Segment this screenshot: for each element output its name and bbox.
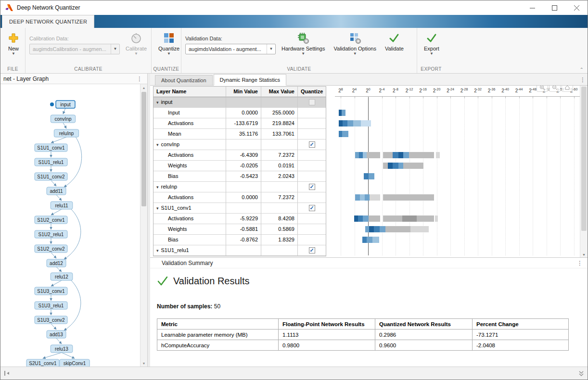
layer-stat-row[interactable]: Activations-5.92298.4208 [153, 214, 326, 224]
collapse-triangle-icon[interactable]: ▾ [156, 98, 159, 108]
quantize-button[interactable]: Quantize ▼ [155, 31, 182, 57]
tab-deep-network-quantizer[interactable]: DEEP NETWORK QUANTIZER [2, 15, 94, 28]
maximize-button[interactable] [543, 0, 565, 15]
panel-menu-icon[interactable]: ⋮ [135, 76, 144, 82]
svg-text:S1U3_conv2: S1U3_conv2 [37, 317, 65, 323]
column-header[interactable]: Min Value [226, 87, 261, 97]
scroll-down-icon[interactable]: ▼ [580, 253, 588, 256]
expand-down-icon[interactable] [577, 369, 585, 377]
quantize-checkbox[interactable]: ✓ [309, 184, 315, 190]
layer-stat-row[interactable]: Mean35.1176133.7061 [153, 129, 326, 139]
layer-stat-row[interactable]: Weights-0.02050.0191 [153, 161, 326, 171]
export-button[interactable]: Export ▼ [421, 31, 442, 57]
layer-stat-row[interactable]: Input0.0000255.0000 [153, 108, 326, 118]
export-button-label: Export [424, 46, 439, 51]
quantize-checkbox[interactable]: ✓ [309, 247, 315, 253]
histogram-row [335, 161, 580, 171]
close-button[interactable] [565, 0, 588, 15]
calibrate-button[interactable]: Calibrate ▼ [123, 31, 150, 57]
layer-group-row[interactable]: ▾reluInp✓ [153, 182, 326, 192]
stats-scrollbar[interactable]: ▼ [580, 86, 588, 257]
layer-stat-row[interactable]: Activations-133.6719219.8824 [153, 118, 326, 129]
minimize-button[interactable] [521, 0, 543, 15]
zoom-out-icon[interactable] [549, 86, 561, 92]
quantize-button-label: Quantize [158, 46, 179, 51]
app-window: Deep Network Quantizer DEEP NETWORK QUAN… [0, 0, 588, 380]
collapse-triangle-icon[interactable]: ▾ [156, 246, 159, 256]
quantize-checkbox[interactable]: ✓ [309, 205, 315, 211]
column-header[interactable]: Max Value [261, 87, 298, 97]
toolstrip-collapse-icon[interactable]: ⌃ [580, 67, 584, 72]
doc-tab-about-quantization[interactable]: About Quantization [155, 75, 213, 85]
axis-tick-label: 2-8 [393, 88, 398, 93]
restore-view-icon[interactable] [562, 86, 573, 92]
hardware-settings-icon [297, 32, 309, 44]
samples-value: 50 [214, 303, 220, 310]
collapse-triangle-icon[interactable]: ▾ [156, 182, 159, 192]
tabs-menu-icon[interactable]: ⋮ [578, 76, 588, 83]
layer-graph-scrollbar[interactable]: ▲ ▼ [140, 84, 147, 367]
quantize-checkbox[interactable]: ✓ [309, 141, 315, 148]
layer-stats-rows: ▾inputInput0.0000255.0000Activations-133… [153, 97, 326, 256]
validation-data-label: Validation Data: [185, 36, 276, 41]
validation-options-icon [349, 32, 361, 44]
validation-column-header: Floating-Point Network Results [279, 319, 375, 329]
scroll-up-icon[interactable]: ▲ [141, 84, 147, 91]
layer-group-row[interactable]: ▾S1U1_relu1✓ [153, 245, 326, 256]
hardware-settings-button[interactable]: Hardware Settings ▼ [279, 31, 328, 57]
chevron-down-icon: ▼ [267, 44, 275, 54]
scroll-down-icon[interactable]: ▼ [141, 360, 147, 367]
layer-stat-row[interactable]: Activations-6.43097.2372 [153, 150, 326, 161]
validation-data-value: augimdsValidation - augment... [189, 46, 261, 52]
svg-text:convInp: convInp [54, 116, 71, 122]
layer-graph-canvas[interactable]: inputconvInpreluInpS1U1_conv1S1U1_relu1S… [0, 84, 140, 367]
scroll-thumb[interactable] [141, 92, 146, 206]
layer-graph-title: net - Layer Graph [3, 76, 49, 82]
export-check-icon [425, 32, 438, 44]
axis-tick-label: 24 [352, 88, 357, 93]
quantize-icon [163, 32, 175, 44]
histogram-rows [335, 97, 580, 256]
layer-stat-row[interactable]: Bias-0.87621.8329 [153, 235, 326, 245]
validate-button-label: Validate [385, 46, 404, 51]
layer-stats-table: Layer NameMin ValueMax ValueQuantize ▾in… [153, 86, 326, 256]
layer-graph-panel: net - Layer Graph ⋮ inputconvInpreluInpS… [0, 74, 148, 367]
layer-group-row[interactable]: ▾convInp✓ [153, 139, 326, 150]
samples-count: Number of samples: 50 [157, 303, 583, 310]
quantize-checkbox[interactable] [309, 99, 315, 105]
layer-group-row[interactable]: ▾input [153, 97, 326, 108]
validation-data-dropdown[interactable]: augimdsValidation - augment... ▼ [185, 44, 276, 54]
scroll-thumb[interactable] [581, 87, 587, 231]
validation-column-header: Metric [157, 319, 279, 329]
collapse-triangle-icon[interactable]: ▾ [156, 140, 159, 150]
axis-tick-label: 2-48 [529, 88, 537, 93]
svg-text:reluInp: reluInp [59, 131, 74, 136]
collapse-triangle-icon[interactable]: ▾ [156, 203, 159, 214]
panel-menu-icon[interactable]: ⋮ [575, 260, 585, 266]
section-label-file: FILE [0, 66, 25, 72]
layer-stat-row[interactable]: Weights-0.58810.5869 [153, 224, 326, 235]
toolstrip: New ▼ FILE Calibration Data: augimdsCali… [0, 28, 588, 74]
doc-tab-dynamic-range-statistics[interactable]: Dynamic Range Statistics [214, 74, 286, 86]
svg-text:S1U1_conv1: S1U1_conv1 [37, 145, 65, 151]
chevron-down-icon: ▼ [430, 52, 434, 56]
axis-tick-label: 2-36 [488, 88, 496, 93]
calibration-data-dropdown[interactable]: augimdsCalibration - augmen... ▼ [29, 44, 120, 54]
layer-stat-row[interactable]: Activations0.00007.2372 [153, 192, 326, 203]
dock-left-icon[interactable] [3, 369, 11, 377]
layer-group-row[interactable]: ▾S1U1_conv1✓ [153, 203, 326, 214]
axis-tick-label: 20 [366, 88, 370, 93]
svg-text:S1U3_conv1: S1U3_conv1 [37, 289, 65, 294]
histogram-row [335, 224, 580, 235]
svg-text:S1U2_conv1: S1U2_conv1 [37, 217, 65, 223]
column-header[interactable]: Quantize [298, 87, 326, 97]
zoom-in-icon[interactable] [537, 86, 548, 92]
validate-button[interactable]: Validate [382, 31, 407, 52]
new-button[interactable]: New ▼ [4, 31, 23, 57]
axis-tick-label: 2-20 [433, 88, 441, 93]
validation-options-button[interactable]: Validation Options ▼ [331, 31, 379, 57]
column-header[interactable]: Layer Name [153, 87, 226, 97]
layer-stat-row[interactable]: Bias-0.54232.0243 [153, 171, 326, 182]
calibrate-gauge-icon [130, 32, 142, 44]
layer-stats-header: Layer NameMin ValueMax ValueQuantize [153, 87, 326, 97]
